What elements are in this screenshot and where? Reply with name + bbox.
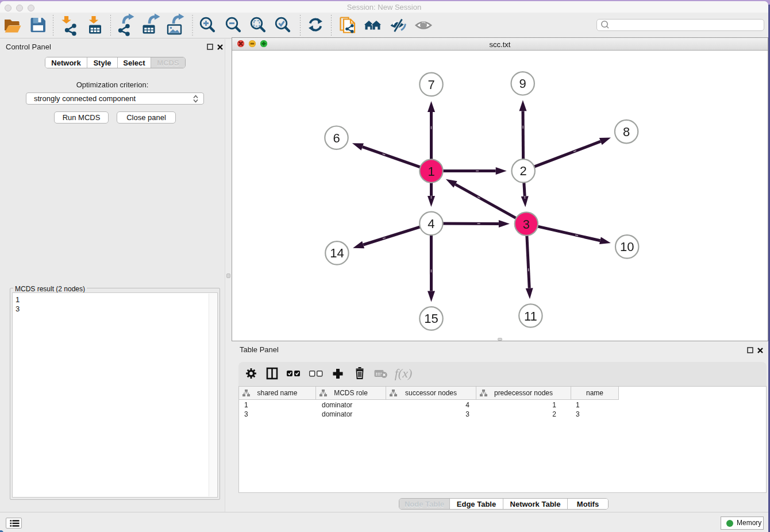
svg-text:8: 8	[622, 125, 629, 139]
svg-text:6: 6	[333, 131, 340, 145]
svg-text:15: 15	[424, 311, 438, 326]
svg-text:2: 2	[519, 164, 526, 178]
svg-text:f(x): f(x)	[395, 366, 413, 380]
svg-text:14: 14	[330, 246, 344, 260]
svg-text:10: 10	[619, 240, 633, 254]
svg-text:11: 11	[523, 309, 537, 323]
svg-text:1: 1	[428, 164, 434, 179]
svg-text:7: 7	[428, 78, 434, 92]
svg-text:4: 4	[428, 217, 434, 231]
svg-text:9: 9	[519, 76, 526, 91]
svg-text:3: 3	[522, 217, 529, 232]
